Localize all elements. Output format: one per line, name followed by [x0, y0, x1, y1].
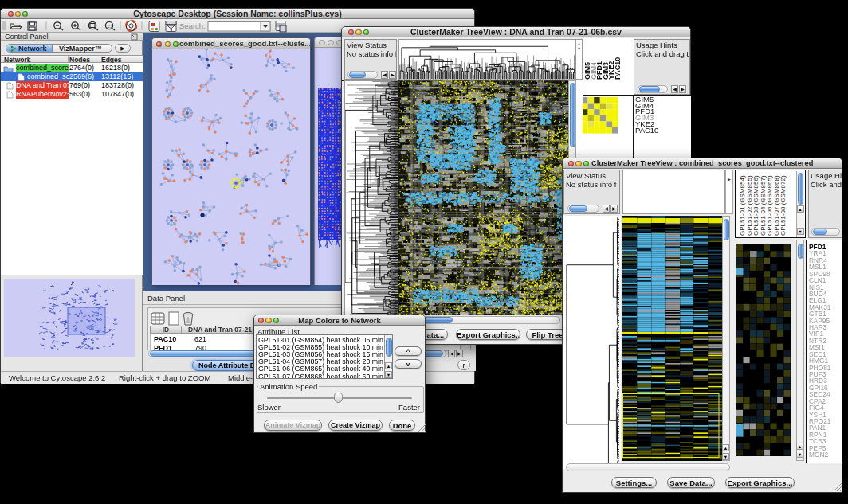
- svg-text:Search:: Search:: [179, 21, 206, 30]
- svg-text:1:1: 1:1: [107, 24, 113, 29]
